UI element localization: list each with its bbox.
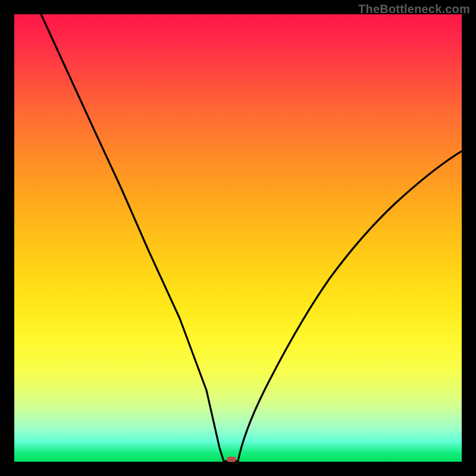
curve-right-branch [238,151,462,461]
curve-left-branch [41,14,224,461]
chart-frame [14,14,462,462]
chart-curve [14,14,462,462]
optimal-point-marker [227,457,236,462]
